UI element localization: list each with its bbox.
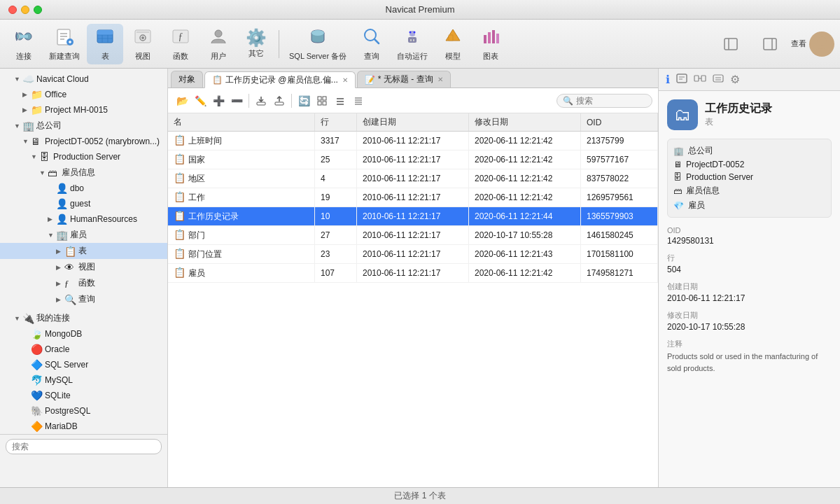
cell-modified: 2020-06-11 12:21:42 bbox=[469, 150, 581, 169]
arrow-icon: ▶ bbox=[22, 106, 31, 113]
import-button[interactable] bbox=[271, 92, 288, 109]
crumb-prod-icon: 🗄 bbox=[673, 172, 682, 182]
cell-created: 2010-06-11 12:21:17 bbox=[357, 132, 469, 150]
sidebar-item-views[interactable]: ▶ 👁 视图 bbox=[0, 259, 167, 275]
arrow-icon: ▼ bbox=[48, 232, 56, 239]
table-container: 名 行 创建日期 修改日期 OID 📋上班时间 3317 2010-06-11 … bbox=[168, 113, 658, 487]
table-row[interactable]: 📋上班时间 3317 2010-06-11 12:21:17 2020-06-1… bbox=[168, 132, 658, 150]
sidebar-item-navicat-cloud[interactable]: ▼ ☁️ Navicat Cloud bbox=[0, 71, 167, 87]
table-row[interactable]: 📋地区 4 2010-06-11 12:21:17 2020-06-11 12:… bbox=[168, 169, 658, 188]
sidebar-item-office[interactable]: ▶ 📁 Office bbox=[0, 87, 167, 102]
sidebar-item-projectdt[interactable]: ▼ 🖥 ProjectDT-0052 (marybrown...) bbox=[0, 134, 167, 149]
rp-tab-settings[interactable]: ⚙ bbox=[729, 71, 741, 88]
cell-created: 2010-06-11 12:21:17 bbox=[357, 245, 469, 264]
sidebar-item-employees[interactable]: ▼ 🏢 雇员 bbox=[0, 227, 167, 243]
refresh-button[interactable]: 🔄 bbox=[295, 92, 312, 109]
grid-view-button[interactable] bbox=[314, 92, 330, 109]
minimize-button[interactable] bbox=[21, 6, 29, 14]
new-query-button[interactable]: 新建查询 bbox=[43, 24, 85, 64]
sidebar-item-sqlserver[interactable]: 🔷 SQL Server bbox=[0, 357, 167, 372]
functions-icon: ƒ bbox=[64, 278, 76, 289]
rp-tab-info[interactable]: ℹ bbox=[664, 71, 671, 88]
app-title: Navicat Premium bbox=[386, 4, 455, 15]
table-row[interactable]: 📋工作 19 2010-06-11 12:21:17 2020-06-11 12… bbox=[168, 188, 658, 207]
postgresql-icon: 🐘 bbox=[31, 405, 42, 416]
rp-title-group: 工作历史记录 表 bbox=[705, 102, 772, 128]
rp-crumb-emp: 雇员 bbox=[688, 200, 705, 211]
add-button[interactable]: ➕ bbox=[210, 92, 227, 109]
panel-toggle-right[interactable] bbox=[752, 24, 788, 64]
tab-query-close[interactable]: ✕ bbox=[438, 76, 443, 83]
cell-rows: 25 bbox=[315, 150, 357, 169]
sidebar-item-queries[interactable]: ▶ 🔍 查询 bbox=[0, 291, 167, 307]
svg-rect-27 bbox=[408, 37, 416, 43]
panel-toggle-left[interactable] bbox=[713, 24, 749, 64]
user-button[interactable]: 用户 bbox=[200, 24, 237, 64]
view-buttons bbox=[314, 92, 367, 109]
arrow-icon: ▶ bbox=[56, 296, 64, 303]
view-button[interactable]: 视图 bbox=[125, 24, 161, 64]
table-row[interactable]: 📋部门位置 23 2010-06-11 12:21:17 2020-06-11 … bbox=[168, 245, 658, 264]
sidebar-item-my-connections[interactable]: ▼ 🔌 我的连接 bbox=[0, 310, 167, 326]
auto-run-button[interactable]: 自动运行 bbox=[391, 24, 433, 64]
table-row[interactable]: 📋国家 25 2010-06-11 12:21:17 2020-06-11 12… bbox=[168, 150, 658, 169]
sidebar-item-tables[interactable]: ▶ 📋 表 bbox=[0, 243, 167, 259]
other-button[interactable]: ⚙️ 其它 bbox=[238, 24, 274, 64]
sidebar-item-mongodb[interactable]: 🍃 MongoDB bbox=[0, 326, 167, 342]
rp-header: 🗂 工作历史记录 表 bbox=[667, 99, 832, 130]
export-button[interactable] bbox=[253, 92, 270, 109]
table-row[interactable]: 📋部门 27 2010-06-11 12:21:17 2020-10-17 10… bbox=[168, 226, 658, 245]
col-oid: OID bbox=[581, 113, 658, 132]
crumb-emp-icon: 💎 bbox=[673, 201, 684, 211]
titlebar: Navicat Premium bbox=[0, 0, 840, 20]
rp-tab-ddl[interactable] bbox=[674, 71, 690, 89]
chart-button[interactable]: 图表 bbox=[472, 24, 509, 64]
sidebar-item-mysql[interactable]: 🐬 MySQL bbox=[0, 372, 167, 388]
tab-work-history[interactable]: 📋 工作历史记录 @雇员信息.偏... ✕ bbox=[204, 71, 356, 88]
connect-button[interactable]: 连接 bbox=[6, 24, 42, 64]
cell-oid: 837578022 bbox=[581, 169, 658, 188]
rp-tab-er[interactable] bbox=[692, 71, 708, 89]
detail-view-button[interactable] bbox=[350, 92, 367, 109]
query-icon bbox=[362, 27, 382, 49]
rp-created-label: 创建日期 bbox=[667, 281, 832, 292]
sidebar-item-employee-info[interactable]: ▼ 🗃 雇员信息 bbox=[0, 164, 167, 181]
sidebar-item-oracle[interactable]: 🔴 Oracle bbox=[0, 342, 167, 357]
cell-name: 📋上班时间 bbox=[168, 132, 315, 150]
table-row[interactable]: 📋工作历史记录 10 2010-06-11 12:21:17 2020-06-1… bbox=[168, 207, 658, 226]
rp-rows-value: 504 bbox=[667, 265, 832, 274]
sidebar-item-guest[interactable]: 👤 guest bbox=[0, 196, 167, 211]
content-area: 对象 📋 工作历史记录 @雇员信息.偏... ✕ 📝 * 无标题 - 查询 ✕ … bbox=[168, 69, 658, 487]
table-row[interactable]: 📋雇员 107 2010-06-11 12:21:17 2020-06-11 1… bbox=[168, 264, 658, 283]
close-button[interactable] bbox=[8, 6, 17, 14]
sidebar-item-total-company[interactable]: ▼ 🏢 总公司 bbox=[0, 118, 167, 134]
tab-untitled-query[interactable]: 📝 * 无标题 - 查询 ✕ bbox=[357, 71, 451, 88]
sidebar-item-production-server[interactable]: ▼ 🗄 Production Server bbox=[0, 149, 167, 164]
object-search-input[interactable] bbox=[576, 96, 646, 106]
tab-object[interactable]: 对象 bbox=[171, 71, 203, 88]
edit-button[interactable]: ✏️ bbox=[192, 92, 209, 109]
function-button[interactable]: ƒ 函数 bbox=[162, 24, 199, 64]
rp-note-label: 注释 bbox=[667, 339, 832, 349]
sidebar-item-humanresources[interactable]: ▶ 👤 HumanResources bbox=[0, 211, 167, 227]
rp-tab-preview[interactable] bbox=[710, 71, 726, 89]
sidebar-item-sqlite[interactable]: 💙 SQLite bbox=[0, 388, 167, 403]
sidebar-item-mariadb[interactable]: 🔶 MariaDB bbox=[0, 419, 167, 434]
sidebar-item-functions[interactable]: ▶ ƒ 函数 bbox=[0, 275, 167, 291]
delete-button[interactable]: ➖ bbox=[228, 92, 245, 109]
query-button[interactable]: 查询 bbox=[354, 24, 390, 64]
statusbar: 已选择 1 个表 bbox=[0, 487, 840, 504]
maximize-button[interactable] bbox=[34, 6, 42, 14]
list-view-button[interactable] bbox=[332, 92, 349, 109]
sidebar-item-dbo[interactable]: 👤 dbo bbox=[0, 181, 167, 196]
sidebar-search-input[interactable] bbox=[6, 439, 162, 454]
query-icon: 🔍 bbox=[64, 294, 76, 305]
table-button[interactable]: 表 bbox=[87, 24, 123, 64]
sidebar-item-project-mh[interactable]: ▶ 📁 Project MH-0015 bbox=[0, 102, 167, 118]
toolbar-right: 查看 bbox=[713, 24, 834, 64]
sqlserver-backup-button[interactable]: SQL Server 备份 bbox=[284, 24, 352, 64]
tab-work-history-close[interactable]: ✕ bbox=[342, 76, 348, 84]
open-folder-button[interactable]: 📂 bbox=[174, 92, 190, 109]
model-button[interactable]: 模型 bbox=[435, 24, 471, 64]
sidebar-item-postgresql[interactable]: 🐘 PostgreSQL bbox=[0, 403, 167, 419]
